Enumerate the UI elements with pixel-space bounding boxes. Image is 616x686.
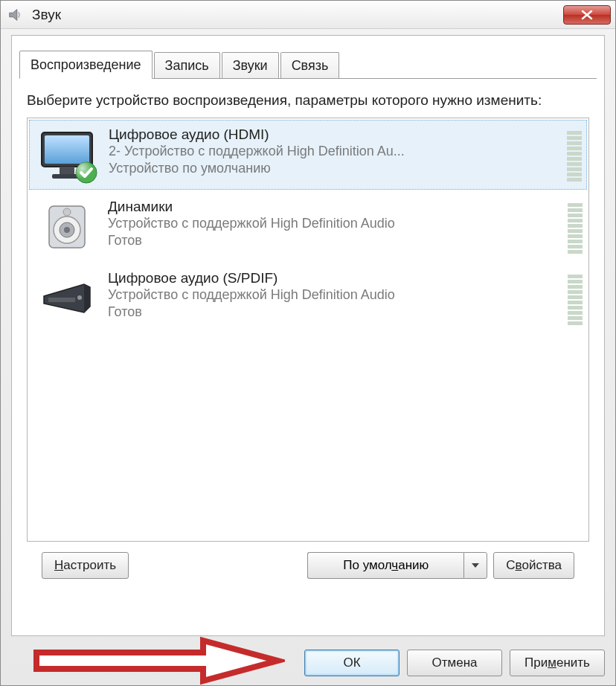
content-area: Воспроизведение Запись Звуки Связь Выбер…: [11, 35, 605, 636]
tab-sounds[interactable]: Звуки: [222, 52, 279, 79]
svg-point-15: [77, 295, 82, 300]
ok-button[interactable]: ОК: [304, 650, 400, 676]
level-meter: [568, 269, 583, 328]
properties-button[interactable]: Свойства: [493, 552, 574, 579]
tab-row: Воспроизведение Запись Звуки Связь: [12, 36, 604, 79]
sound-dialog-window: Звук Воспроизведение Запись Звуки Связь …: [0, 0, 616, 686]
monitor-icon: [34, 125, 101, 185]
cancel-button[interactable]: Отмена: [407, 650, 502, 676]
svg-rect-2: [45, 135, 89, 164]
titlebar: Звук: [1, 1, 615, 29]
lower-button-row: Настроить По умолчанию Свойства: [27, 542, 589, 589]
svg-rect-3: [60, 167, 74, 174]
default-checkmark-icon: [74, 161, 98, 185]
device-desc: Устройство с поддержкой High Definition …: [108, 215, 560, 232]
device-name: Цифровое аудио (HDMI): [109, 126, 559, 143]
device-text: Цифровое аудио (HDMI) 2- Устройство с по…: [109, 125, 559, 185]
window-title: Звук: [32, 7, 563, 23]
level-meter: [568, 197, 583, 257]
svg-point-10: [64, 227, 70, 233]
set-default-label[interactable]: По умолчанию: [307, 552, 463, 579]
device-desc: Устройство с поддержкой High Definition …: [108, 286, 560, 304]
device-text: Динамики Устройство с поддержкой High De…: [108, 197, 560, 257]
svg-marker-13: [84, 284, 90, 312]
device-desc: 2- Устройство с поддержкой High Definiti…: [109, 143, 559, 160]
set-default-dropdown[interactable]: По умолчанию: [307, 552, 487, 579]
speaker-icon: [33, 197, 100, 257]
prompt-text: Выберите устройство воспроизведения, пар…: [27, 91, 589, 110]
configure-button[interactable]: Настроить: [42, 552, 129, 579]
device-status: Готов: [108, 304, 560, 321]
device-text: Цифровое аудио (S/PDIF) Устройство с под…: [108, 269, 560, 328]
apply-button[interactable]: Применить: [510, 650, 605, 676]
sound-icon: [7, 6, 25, 24]
svg-marker-0: [10, 9, 17, 20]
dropdown-arrow-icon[interactable]: [463, 552, 487, 579]
device-status: Устройство по умолчанию: [109, 160, 559, 177]
svg-point-11: [63, 208, 71, 216]
tab-page-playback: Выберите устройство воспроизведения, пар…: [12, 79, 604, 598]
tab-recording[interactable]: Запись: [154, 52, 220, 79]
svg-marker-16: [472, 563, 479, 568]
device-name: Цифровое аудио (S/PDIF): [108, 270, 560, 286]
device-status: Готов: [108, 232, 560, 249]
close-button[interactable]: [563, 5, 611, 25]
svg-rect-14: [48, 298, 75, 302]
device-list[interactable]: Цифровое аудио (HDMI) 2- Устройство с по…: [27, 118, 589, 542]
level-meter: [567, 125, 582, 185]
device-name: Динамики: [108, 199, 560, 215]
dialog-button-row: ОК Отмена Применить: [11, 650, 605, 676]
spdif-icon: [33, 269, 100, 328]
tab-playback[interactable]: Воспроизведение: [19, 51, 153, 79]
tab-communications[interactable]: Связь: [280, 52, 340, 79]
device-item-hdmi[interactable]: Цифровое аудио (HDMI) 2- Устройство с по…: [29, 120, 587, 190]
device-item-spdif[interactable]: Цифровое аудио (S/PDIF) Устройство с под…: [28, 263, 588, 334]
device-item-speakers[interactable]: Динамики Устройство с поддержкой High De…: [28, 191, 588, 263]
